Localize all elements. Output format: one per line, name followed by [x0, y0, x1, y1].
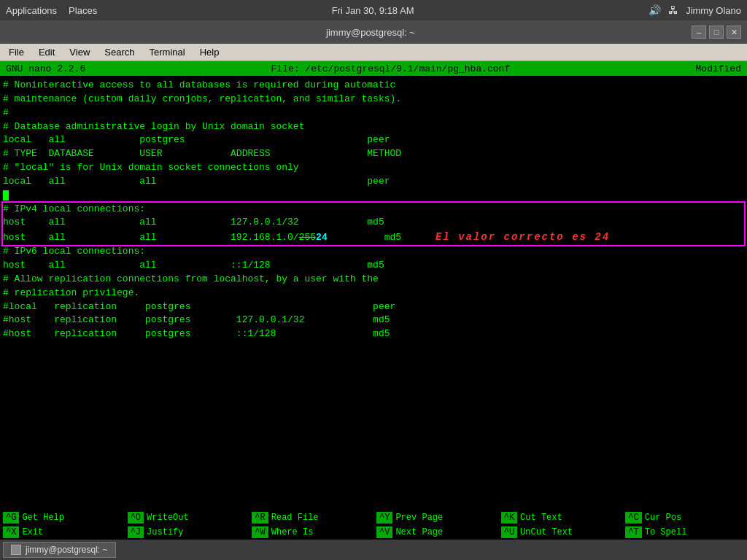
- shortcut-key-justify: ^J: [128, 526, 144, 538]
- editor-line: # maintenance (custom daily cronjobs, re…: [3, 93, 744, 106]
- shortcut-label-cuttext: Cut Text: [520, 513, 562, 523]
- top-bar-right: 🔊 🖧 Jimmy Olano: [649, 4, 741, 16]
- shortcut-key-tospell: ^T: [625, 526, 641, 538]
- editor-line: # Database administrative login by Unix …: [3, 120, 744, 134]
- editor-line: # TYPE DATABASE USER ADDRESS METHOD: [3, 147, 744, 161]
- shortcut-key-uncuttext: ^U: [501, 526, 517, 538]
- nano-status-bar: GNU nano 2.2.6 File: /etc/postgresql/9.1…: [0, 61, 747, 76]
- menu-edit[interactable]: Edit: [33, 45, 61, 59]
- shortcut-label-uncuttext: UnCut Text: [520, 527, 573, 537]
- editor-line: host all all ::1/128 md5: [3, 259, 744, 273]
- editor-line: # "local" is for Unix domain socket conn…: [3, 161, 744, 175]
- window-titlebar: jimmy@postgresql: ~ – □ ✕: [0, 20, 747, 44]
- editor-line: [3, 189, 744, 203]
- datetime-display: Fri Jan 30, 9:18 AM: [332, 5, 414, 16]
- annotation-text: El valor correcto es 24: [436, 231, 610, 243]
- editor-line: local all postgres peer: [3, 133, 744, 147]
- shortcut-writeout[interactable]: ^O WriteOut: [125, 510, 249, 525]
- close-button[interactable]: ✕: [727, 26, 741, 39]
- shortcut-label-tospell: To Spell: [645, 527, 687, 537]
- shortcut-cur-pos[interactable]: ^C Cur Pos: [622, 510, 747, 525]
- nano-modified-label: Modified: [696, 63, 741, 74]
- nano-shortcuts-area: ^G Get Help ^O WriteOut ^R Read File ^Y …: [0, 509, 747, 540]
- shortcut-key-nextpage: ^V: [376, 526, 392, 538]
- maximize-button[interactable]: □: [709, 26, 724, 39]
- editor-line: # IPv6 local connections:: [3, 245, 744, 259]
- taskbar-item-label: jimmy@postgresql: ~: [26, 545, 108, 555]
- taskbar-terminal-item[interactable]: jimmy@postgresql: ~: [3, 542, 116, 558]
- shortcut-where-is[interactable]: ^W Where Is: [249, 525, 374, 540]
- menu-terminal[interactable]: Terminal: [144, 45, 191, 59]
- shortcut-read-file[interactable]: ^R Read File: [249, 510, 374, 525]
- editor-area[interactable]: # Noninteractive access to all databases…: [0, 76, 747, 509]
- taskbar: jimmy@postgresql: ~: [0, 540, 747, 560]
- shortcut-get-help[interactable]: ^G Get Help: [0, 510, 125, 525]
- shortcut-to-spell[interactable]: ^T To Spell: [622, 525, 747, 540]
- shortcuts-row-2: ^X Exit ^J Justify ^W Where Is ^V Next P…: [0, 525, 747, 540]
- applications-menu[interactable]: Applications: [6, 5, 57, 16]
- editor-line: host all all 127.0.0.1/32 md5: [3, 216, 744, 230]
- menu-view[interactable]: View: [63, 45, 96, 59]
- editor-line: # IPv4 local connections:: [3, 203, 744, 217]
- strikethrough-value: 255: [299, 232, 316, 243]
- shortcuts-row-1: ^G Get Help ^O WriteOut ^R Read File ^Y …: [0, 510, 747, 525]
- shortcut-label-whereis: Where Is: [271, 527, 314, 537]
- shortcut-key-writeout: ^O: [128, 512, 144, 524]
- shortcut-key-whereis: ^W: [252, 526, 268, 538]
- shortcut-next-page[interactable]: ^V Next Page: [374, 525, 498, 540]
- minimize-button[interactable]: –: [692, 26, 706, 39]
- network-icon[interactable]: 🖧: [668, 4, 678, 16]
- shortcut-label-exit: Exit: [22, 527, 43, 537]
- nano-filename: File: /etc/postgresql/9.1/main/pg_hba.co…: [271, 63, 511, 74]
- editor-line: #local replication postgres peer: [3, 300, 744, 314]
- nano-version: GNU nano 2.2.6: [6, 63, 85, 74]
- shortcut-prev-page[interactable]: ^Y Prev Page: [374, 510, 498, 525]
- shortcut-label-prevpage: Prev Page: [395, 513, 443, 523]
- shortcut-justify[interactable]: ^J Justify: [125, 525, 249, 540]
- shortcut-label-justify: Justify: [147, 527, 183, 537]
- shortcut-label-gethelp: Get Help: [22, 513, 64, 523]
- user-name[interactable]: Jimmy Olano: [686, 5, 741, 16]
- window-controls[interactable]: – □ ✕: [692, 26, 741, 39]
- editor-line: # Noninteractive access to all databases…: [3, 79, 744, 93]
- menu-bar: File Edit View Search Terminal Help: [0, 44, 747, 61]
- shortcut-key-cuttext: ^K: [501, 512, 517, 524]
- shortcut-label-nextpage: Next Page: [395, 527, 443, 537]
- shortcut-key-curpos: ^C: [625, 512, 641, 524]
- places-menu[interactable]: Places: [69, 5, 97, 16]
- shortcut-key-gethelp: ^G: [3, 512, 19, 524]
- terminal-taskbar-icon: [11, 545, 21, 555]
- shortcut-exit[interactable]: ^X Exit: [0, 525, 125, 540]
- window-title: jimmy@postgresql: ~: [50, 27, 692, 38]
- editor-line: #host replication postgres 127.0.0.1/32 …: [3, 314, 744, 327]
- shortcut-label-writeout: WriteOut: [147, 513, 189, 523]
- top-panel: Applications Places Fri Jan 30, 9:18 AM …: [0, 0, 747, 20]
- cursor: [3, 190, 9, 201]
- menu-search[interactable]: Search: [98, 45, 140, 59]
- shortcut-cut-text[interactable]: ^K Cut Text: [498, 510, 623, 525]
- shortcut-label-curpos: Cur Pos: [645, 513, 681, 523]
- shortcut-key-readfile: ^R: [252, 512, 268, 524]
- menu-help[interactable]: Help: [194, 45, 225, 59]
- editor-line: #host replication postgres ::1/128 md5: [3, 327, 744, 341]
- editor-line: # Allow replication connections from loc…: [3, 273, 744, 287]
- shortcut-label-readfile: Read File: [271, 513, 319, 523]
- editor-line: local all all peer: [3, 175, 744, 189]
- replacement-value: 24: [316, 232, 328, 243]
- editor-line: host all all 192.168.1.0/25524 md5 El va…: [3, 230, 744, 245]
- shortcut-key-prevpage: ^Y: [376, 512, 392, 524]
- shortcut-key-exit: ^X: [3, 526, 19, 538]
- editor-line: # replication privilege.: [3, 287, 744, 300]
- top-bar-left: Applications Places: [6, 5, 97, 16]
- shortcut-uncut-text[interactable]: ^U UnCut Text: [498, 525, 623, 540]
- volume-icon[interactable]: 🔊: [649, 4, 661, 16]
- editor-line: #: [3, 106, 744, 120]
- menu-file[interactable]: File: [3, 45, 30, 59]
